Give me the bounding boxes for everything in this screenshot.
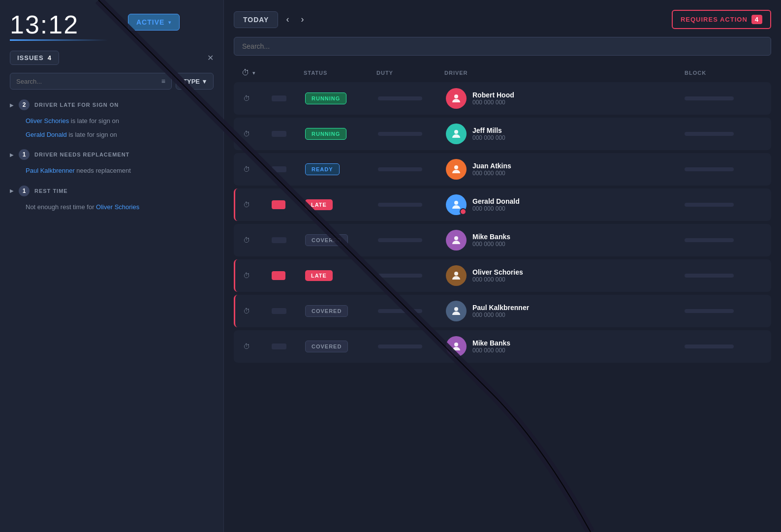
driver-info: Gerald Donald 000 000 000 (472, 197, 520, 212)
driver-name: Paul Kalkbrenner (472, 304, 529, 312)
avatar (446, 159, 467, 180)
driver-phone: 000 000 000 (472, 134, 505, 141)
duty-bar (378, 167, 422, 171)
row-block-cell (685, 344, 763, 348)
row-duty-cell (378, 309, 442, 313)
main-search-input[interactable] (242, 42, 763, 50)
driver-link-oliver-rest[interactable]: Oliver Schories (96, 203, 139, 211)
table-row[interactable]: ⏱ COVERED Paul Kalkbrenner 000 000 000 (234, 295, 771, 327)
row-driver-cell: Mike Banks 000 000 000 (446, 230, 681, 250)
duty-bar (378, 238, 422, 242)
issue-item: Not enough rest time for Oliver Schories (10, 200, 214, 214)
close-issues-icon[interactable]: ✕ (207, 53, 214, 63)
driver-name: Mike Banks (472, 339, 510, 347)
right-panel: TODAY ‹ › REQUIRES ACTION 4 ⏱ ▾ STATUS D… (224, 0, 781, 532)
status-badge: COVERED (305, 234, 348, 246)
col-status: STATUS (304, 70, 373, 76)
driver-link-gerald[interactable]: Gerald Donald (26, 131, 67, 138)
type-chevron-icon: ▾ (203, 78, 206, 85)
issues-search-box[interactable]: ≡ (10, 73, 172, 90)
row-driver-cell: Juan Atkins 000 000 000 (446, 159, 681, 180)
requires-action-button[interactable]: REQUIRES ACTION 4 (672, 10, 771, 29)
small-bar (272, 131, 286, 137)
row-status-cell: LATE (305, 199, 374, 210)
row-timer-cell: ⏱ (243, 272, 268, 280)
issue-text: is late for sign on (68, 131, 117, 138)
row-block-cell (685, 96, 763, 100)
table-row[interactable]: ⏱ RUNNING Jeff Mills 000 000 000 (234, 118, 771, 150)
status-badge: COVERED (305, 305, 348, 317)
row-status-cell: RUNNING (305, 128, 374, 140)
row-driver-cell: Gerald Donald 000 000 000 (446, 194, 681, 215)
row-timer-cell: ⏱ (243, 165, 268, 173)
table-row[interactable]: ⏱ RUNNING Robert Hood 000 000 000 (234, 82, 771, 115)
issue-group-late-header[interactable]: ▶ 2 DRIVER LATE FOR SIGN ON (10, 99, 214, 110)
block-bar (685, 274, 734, 278)
dropdown-arrow-icon[interactable]: ▾ (252, 70, 255, 76)
issues-label: ISSUES (17, 54, 44, 62)
driver-link-oliver[interactable]: Oliver Schories (26, 117, 69, 125)
chevron-down-icon: ▾ (168, 20, 171, 25)
row-alert-cell (272, 131, 301, 137)
driver-phone: 000 000 000 (472, 347, 510, 354)
col-block: BLOCK (685, 70, 763, 76)
table-row[interactable]: ⏱ COVERED Mike Banks 000 000 000 (234, 224, 771, 256)
driver-phone: 000 000 000 (472, 312, 529, 318)
driver-phone: 000 000 000 (472, 99, 514, 106)
alert-indicator (272, 200, 285, 209)
driver-name: Robert Hood (472, 91, 514, 99)
table-row[interactable]: ⏱ READY Juan Atkins 000 000 000 (234, 153, 771, 186)
today-button[interactable]: TODAY (234, 11, 278, 28)
row-alert-cell (272, 271, 301, 280)
row-block-cell (685, 167, 763, 171)
svg-point-7 (454, 343, 458, 346)
active-button[interactable]: ACTIVE ▾ (128, 14, 180, 31)
driver-name: Juan Atkins (472, 162, 511, 170)
type-button[interactable]: TYPE ▾ (176, 73, 214, 90)
small-bar (272, 95, 286, 101)
driver-link-paul[interactable]: Paul Kalkbrenner (26, 167, 75, 174)
timer-icon-cell: ⏱ ▾ (242, 68, 266, 77)
block-bar (685, 309, 734, 313)
status-badge: READY (305, 163, 340, 175)
issues-badge: ISSUES 4 (10, 51, 59, 65)
row-duty-cell (378, 203, 442, 207)
issue-text: Not enough rest time for (26, 203, 96, 211)
issue-group-replacement-header[interactable]: ▶ 1 DRIVER NEEDS REPLACEMENT (10, 149, 214, 160)
row-status-cell: LATE (305, 270, 374, 281)
type-label: TYPE (183, 78, 200, 85)
row-status-cell: READY (305, 163, 374, 175)
prev-arrow[interactable]: ‹ (282, 12, 293, 27)
small-bar (272, 308, 286, 314)
issue-count-badge: 1 (19, 186, 30, 196)
row-block-cell (685, 132, 763, 136)
row-timer-cell: ⏱ (243, 307, 268, 315)
driver-info: Robert Hood 000 000 000 (472, 91, 514, 106)
table-row[interactable]: ⏱ LATE Gerald Donald 000 000 000 (234, 188, 771, 221)
row-driver-cell: Paul Kalkbrenner 000 000 000 (446, 301, 681, 321)
row-duty-cell (378, 274, 442, 278)
issue-group-late: ▶ 2 DRIVER LATE FOR SIGN ON Oliver Schor… (10, 99, 214, 141)
table-row[interactable]: ⏱ COVERED Mike Banks 000 000 000 (234, 330, 771, 363)
row-block-cell (685, 309, 763, 313)
driver-name: Oliver Schories (472, 268, 523, 276)
issue-group-rest-header[interactable]: ▶ 1 REST TIME (10, 186, 214, 196)
main-search-bar[interactable] (234, 37, 771, 56)
avatar (446, 194, 467, 215)
svg-point-6 (454, 307, 458, 311)
row-block-cell (685, 274, 763, 278)
duty-bar (378, 96, 422, 100)
col-driver: DRIVER (444, 70, 681, 76)
svg-point-3 (454, 201, 458, 205)
no-icon-indicator (460, 208, 467, 215)
row-driver-cell: Robert Hood 000 000 000 (446, 88, 681, 109)
col-duty: DUTY (376, 70, 440, 76)
status-badge: RUNNING (305, 93, 346, 104)
top-bar: TODAY ‹ › REQUIRES ACTION 4 (234, 10, 771, 29)
issues-search-input[interactable] (16, 78, 157, 85)
driver-name: Gerald Donald (472, 197, 520, 205)
next-arrow[interactable]: › (297, 12, 308, 27)
table-row[interactable]: ⏱ LATE Oliver Schories 000 000 000 (234, 259, 771, 292)
issues-search-row: ≡ TYPE ▾ (10, 73, 214, 90)
driver-phone: 000 000 000 (472, 170, 511, 177)
